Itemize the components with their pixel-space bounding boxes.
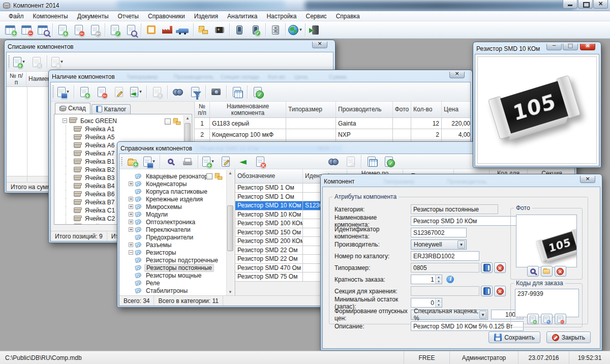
- menu-item[interactable]: Документы: [73, 12, 113, 21]
- photo-close-button[interactable]: ×: [580, 44, 595, 50]
- column-header[interactable]: Фото: [393, 102, 411, 117]
- document-search-button[interactable]: [123, 22, 139, 38]
- tree-item[interactable]: Резисторы мощные: [119, 271, 234, 279]
- language-button[interactable]: ▼: [287, 22, 303, 38]
- catalog-open-button[interactable]: +: [124, 154, 141, 170]
- components-button[interactable]: [211, 22, 228, 38]
- tree-item[interactable]: Реле: [119, 279, 234, 287]
- catalog-back-button[interactable]: ◄: [234, 154, 252, 170]
- menu-item[interactable]: Файл: [4, 12, 28, 21]
- suppliers-button[interactable]: [175, 22, 192, 38]
- calendar-remove-button[interactable]: −: [18, 22, 35, 38]
- org-tree-icon[interactable]: [173, 118, 180, 125]
- tab-katalog[interactable]: Каталог: [92, 104, 131, 114]
- main-titlebar[interactable]: Компонент 2014: [0, 0, 610, 11]
- pricing-dropdown[interactable]: Специальная наценка, %▼: [411, 310, 488, 320]
- expander-icon[interactable]: [129, 197, 133, 201]
- size-clear-button[interactable]: [494, 262, 506, 273]
- tree-checkbox[interactable]: [165, 118, 171, 125]
- catalog-search-button[interactable]: [162, 154, 179, 170]
- size-lookup-button[interactable]: [481, 262, 493, 273]
- close-button[interactable]: [593, 0, 608, 9]
- tree-item[interactable]: Резисторы: [119, 249, 234, 256]
- availability-photo-button[interactable]: [207, 84, 225, 100]
- photo-zoom-button[interactable]: [527, 266, 539, 277]
- close-button[interactable]: Закрыть: [546, 331, 591, 343]
- column-header[interactable]: Обозначение: [235, 169, 303, 183]
- menu-item[interactable]: Аналитика: [223, 12, 262, 21]
- availability-add-button[interactable]: +: [76, 84, 93, 100]
- catalog-edit-button[interactable]: [217, 154, 234, 170]
- writeoff-close-button[interactable]: ×: [312, 42, 327, 48]
- column-header[interactable]: Цена: [442, 102, 470, 117]
- photo-titlebar[interactable]: Резистор SMD 10 КОм ─ □ ×: [475, 44, 599, 54]
- photo-browse-button[interactable]: [541, 266, 553, 277]
- availability-close-button[interactable]: ×: [449, 72, 465, 78]
- min-stock-stepper[interactable]: 0 ▲▼: [411, 298, 442, 308]
- restore-button[interactable]: [578, 0, 593, 9]
- device-button[interactable]: [231, 22, 248, 38]
- availability-remove-button[interactable]: −: [93, 84, 110, 100]
- calendar-add-button[interactable]: +: [2, 22, 18, 38]
- availability-delete-button[interactable]: ×: [148, 84, 166, 100]
- tree-item[interactable]: Стабилитроны: [119, 287, 234, 294]
- expander-icon[interactable]: [129, 212, 133, 217]
- column-header[interactable]: Типоразмер: [286, 102, 336, 117]
- menu-item[interactable]: Сервис: [301, 12, 331, 21]
- description-input[interactable]: Резистор SMD 10 КОм 5% 0.125 Вт: [411, 321, 524, 331]
- order-multiple-stepper[interactable]: 1 ▲▼: [411, 275, 442, 284]
- component-close-button[interactable]: ×: [580, 176, 595, 183]
- document-check-button[interactable]: ✓: [107, 22, 123, 38]
- availability-edit-button[interactable]: [110, 84, 128, 100]
- availability-titlebar[interactable]: Наличие компонентов Типоразмер Производи…: [50, 72, 471, 82]
- availability-filter-button[interactable]: [187, 84, 204, 100]
- column-header[interactable]: № п/п: [7, 72, 26, 86]
- minimize-button[interactable]: [563, 0, 577, 9]
- tree-item[interactable]: Модули: [119, 210, 234, 218]
- expander-icon[interactable]: [129, 204, 133, 209]
- column-header[interactable]: № п/п: [195, 102, 210, 117]
- menu-item[interactable]: Компоненты: [28, 12, 73, 21]
- catalog-table-button[interactable]: [363, 154, 380, 170]
- order-codes-list[interactable]: 237-9939: [515, 289, 579, 317]
- order-code-item[interactable]: 237-9939: [517, 290, 576, 297]
- exit-button[interactable]: [307, 22, 323, 38]
- table-row[interactable]: 1 G1183 серый Gainta 12 220,00 2: [195, 118, 470, 129]
- tree-item[interactable]: Корпуса пластиковые: [119, 188, 234, 195]
- code-edit-button[interactable]: ✎: [541, 314, 553, 324]
- document-undo-button[interactable]: ↩: [87, 22, 103, 38]
- code-add-button[interactable]: +: [527, 314, 539, 324]
- expander-icon[interactable]: [129, 242, 133, 247]
- catalog-copy-button[interactable]: [342, 154, 359, 170]
- id-input[interactable]: S12367002: [411, 228, 467, 237]
- catalog-save-button[interactable]: ▼: [141, 154, 158, 170]
- menu-item[interactable]: Справка: [331, 12, 364, 21]
- column-header[interactable]: Кол-во: [411, 102, 442, 117]
- tree-item[interactable]: Крепежные изделия: [119, 195, 234, 203]
- categories-button[interactable]: [195, 22, 211, 38]
- tree-item[interactable]: Оптоэлектроника: [119, 218, 234, 226]
- org-tree-icon[interactable]: [215, 173, 222, 180]
- photo-minimize-button[interactable]: ─: [546, 44, 562, 50]
- tree-item[interactable]: Переключатели: [119, 226, 234, 233]
- tree-item[interactable]: Конденсаторы: [119, 180, 234, 188]
- availability-back-button[interactable]: ◄▼: [128, 84, 145, 100]
- writeoff-delete-button[interactable]: ×: [28, 54, 45, 70]
- manufacturers-button[interactable]: [159, 22, 175, 38]
- save-button[interactable]: Сохранить: [489, 331, 540, 343]
- code-remove-button[interactable]: −: [555, 314, 566, 324]
- column-header[interactable]: Наименование компонента: [210, 102, 286, 117]
- storage-lookup-button[interactable]: [481, 286, 493, 296]
- tree-item[interactable]: Ячейка A5: [54, 133, 192, 141]
- writeoff-save-button[interactable]: ▣▼: [49, 54, 66, 70]
- tree-item[interactable]: Ячейка A1: [54, 125, 192, 133]
- menu-item[interactable]: Изделия: [190, 12, 223, 21]
- tree-checkbox[interactable]: [206, 173, 212, 179]
- catalog-apply-button[interactable]: [380, 154, 398, 170]
- expander-icon[interactable]: [63, 118, 67, 123]
- expander-icon[interactable]: [129, 181, 133, 186]
- info-icon[interactable]: i: [446, 276, 454, 283]
- expander-icon[interactable]: [129, 227, 133, 232]
- document-remove-button[interactable]: −: [71, 22, 87, 38]
- manufacturer-dropdown[interactable]: Honeywell▼: [411, 239, 467, 250]
